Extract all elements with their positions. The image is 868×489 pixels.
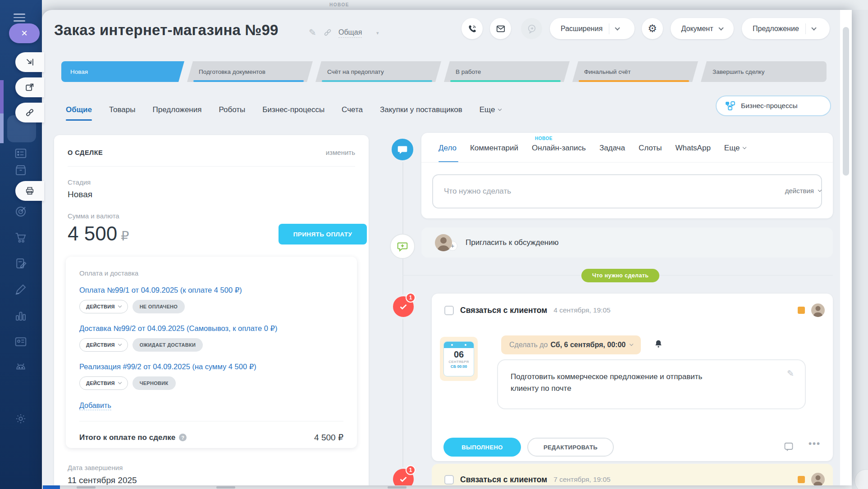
open-new-window-button[interactable]: [15, 77, 44, 97]
settings-button[interactable]: ⚙: [642, 18, 663, 39]
tab-general[interactable]: Общие: [66, 105, 92, 121]
tab-label: Товары: [109, 105, 135, 114]
complete-checkbox[interactable]: [444, 306, 454, 315]
app-root: НОВОЕ Заказ интернет-магазина №99 ✎ Обща…: [0, 0, 868, 489]
gear-icon[interactable]: [14, 412, 27, 426]
invite-label: Пригласить к обсуждению: [466, 238, 558, 247]
tab-products[interactable]: Товары: [109, 105, 135, 121]
document-edit-icon[interactable]: [14, 257, 27, 270]
stage-docs[interactable]: Подготовка документов: [187, 61, 313, 82]
cart-icon[interactable]: [14, 231, 27, 244]
stage-label: Финальный счёт: [584, 68, 630, 75]
accept-payment-button[interactable]: ПРИНЯТЬ ОПЛАТУ: [279, 224, 367, 244]
collapse-panel-button[interactable]: [15, 52, 44, 72]
activity-datetime: 4 сентября, 19:05: [553, 306, 610, 314]
tab-robots[interactable]: Роботы: [219, 105, 245, 121]
tab-business-processes[interactable]: Бизнес-процессы: [262, 105, 324, 121]
copy-link-button[interactable]: [15, 103, 44, 122]
feed-tab-comment[interactable]: Комментарий: [470, 142, 518, 162]
actions-dropdown[interactable]: ДЕЙСТВИЯ: [79, 300, 128, 313]
edit-title-icon[interactable]: ✎: [309, 27, 316, 38]
tasks-calendar-icon[interactable]: [14, 146, 27, 160]
tab-quotes[interactable]: Предложения: [152, 105, 201, 121]
business-processes-button[interactable]: Бизнес-процессы: [716, 95, 831, 116]
tab-more[interactable]: Еще: [480, 105, 502, 121]
scrollbar-track[interactable]: [840, 10, 852, 485]
close-panel-button[interactable]: ✕: [9, 23, 40, 43]
timeline-discussion-marker[interactable]: [390, 234, 415, 259]
total-label: Итого к оплате по сделке: [79, 433, 175, 442]
info-icon[interactable]: ?: [179, 434, 187, 441]
actions-dropdown[interactable]: ДЕЙСТВИЯ: [79, 376, 128, 390]
scrollbar-thumb[interactable]: [843, 27, 849, 176]
deal-info-card: О СДЕЛКЕ изменить Стадия Новая Сумма и в…: [54, 135, 369, 485]
pen-icon[interactable]: [14, 283, 27, 296]
complete-checkbox[interactable]: [444, 475, 454, 484]
offer-button[interactable]: Предложение: [742, 18, 830, 39]
stage-final-invoice[interactable]: Финальный счёт: [572, 61, 698, 82]
todo-group-pill: Что нужно сделать: [581, 269, 659, 282]
activity-input[interactable]: [432, 174, 822, 208]
id-card-icon[interactable]: [14, 335, 27, 349]
feed-tab-online-booking[interactable]: Онлайн-запись: [532, 142, 586, 162]
email-button[interactable]: [490, 18, 511, 39]
timeline-activity-marker[interactable]: 1: [391, 467, 416, 485]
box-icon[interactable]: [14, 163, 27, 177]
help-bubble[interactable]: [854, 469, 868, 489]
note-icon[interactable]: [783, 441, 794, 452]
due-date-dropdown[interactable]: Сделать до Сб, 6 сентября, 00:00: [501, 335, 641, 354]
feed-tab-whatsapp[interactable]: WhatsApp: [675, 142, 710, 162]
timeline-comment-marker[interactable]: [390, 137, 415, 162]
chevron-down-icon: [743, 145, 746, 149]
timeline-activity-marker[interactable]: 1: [391, 294, 416, 319]
feed-tab-slots[interactable]: Слоты: [639, 142, 662, 162]
edge-strip-periwinkle: [0, 113, 4, 143]
extensions-button[interactable]: Расширения: [550, 18, 635, 39]
stage-color-bar: [579, 80, 689, 82]
copy-link-icon[interactable]: [323, 28, 332, 37]
edit-note-icon[interactable]: ✎: [787, 368, 794, 379]
chevron-down-icon: [630, 342, 633, 346]
stage-prepayment[interactable]: Счёт на предоплату: [315, 61, 441, 82]
stage-close-deal[interactable]: Завершить сделку: [701, 61, 827, 82]
feed-tab-activity[interactable]: Дело: [439, 142, 457, 162]
tab-invoices[interactable]: Счета: [342, 105, 363, 121]
feed-tab-label: WhatsApp: [675, 144, 710, 153]
offer-label: Предложение: [753, 25, 799, 33]
more-actions-icon[interactable]: •••: [809, 439, 821, 449]
page-title: Заказ интернет-магазина №99: [54, 22, 279, 39]
activity-note-box[interactable]: Подготовить коммерческое предложение и о…: [497, 359, 806, 409]
stage-in-progress[interactable]: В работе: [444, 61, 570, 82]
responsible-avatar[interactable]: [811, 303, 825, 317]
document-button[interactable]: Документ: [671, 18, 734, 39]
category-selector[interactable]: Общая: [338, 28, 362, 38]
edit-button[interactable]: РЕДАКТИРОВАТЬ: [527, 438, 614, 457]
add-payment-link[interactable]: Добавить: [79, 402, 111, 410]
stage-new[interactable]: Новая: [61, 61, 184, 82]
print-button[interactable]: [15, 181, 44, 201]
backdrop-new-label: НОВОЕ: [329, 2, 349, 7]
hamburger-icon[interactable]: [14, 14, 25, 24]
delivery-link[interactable]: Доставка №99/2 от 04.09.2025 (Самовывоз,…: [79, 324, 277, 333]
activity-title[interactable]: Связаться с клиентом: [460, 306, 547, 315]
feed-tab-task[interactable]: Задача: [599, 142, 625, 162]
deal-edit-link[interactable]: изменить: [326, 149, 355, 156]
done-button[interactable]: ВЫПОЛНЕНО: [443, 438, 521, 457]
tab-purchases[interactable]: Закупки у поставщиков: [380, 105, 462, 121]
feed-tab-more[interactable]: Еще: [724, 142, 746, 162]
total-value: 4 500 ₽: [314, 432, 343, 443]
activity-title[interactable]: Связаться с клиентом: [460, 475, 547, 484]
call-button[interactable]: [461, 18, 483, 39]
color-flag[interactable]: [798, 307, 805, 314]
target-icon[interactable]: [14, 205, 27, 218]
input-actions-dropdown[interactable]: действия: [785, 187, 821, 195]
bar-chart-icon[interactable]: [14, 309, 27, 322]
responsible-avatar[interactable]: [811, 473, 825, 485]
invite-row[interactable]: + Пригласить к обсуждению: [421, 227, 833, 258]
actions-dropdown[interactable]: ДЕЙСТВИЯ: [79, 338, 128, 352]
realization-link[interactable]: Реализация #99/2 от 04.09.2025 (на сумму…: [79, 362, 256, 371]
color-flag[interactable]: [798, 476, 805, 483]
robot-icon[interactable]: [14, 361, 27, 375]
reminder-bell-icon[interactable]: [653, 339, 663, 349]
payment-link[interactable]: Оплата №99/1 от 04.09.2025 (к оплате 4 5…: [79, 286, 242, 294]
